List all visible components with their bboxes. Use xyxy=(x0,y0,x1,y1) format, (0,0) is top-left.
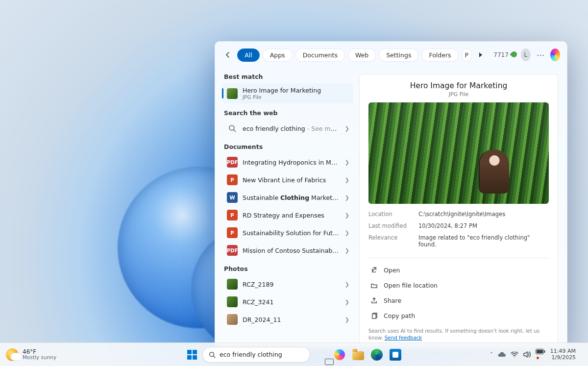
result-photo[interactable]: DR_2024_11 ❯ xyxy=(223,311,353,328)
section-photos: Photos xyxy=(224,265,353,272)
send-feedback-link[interactable]: Send feedback xyxy=(385,335,422,341)
result-document[interactable]: PDF Integrating Hydroponics in Manu… ❯ xyxy=(223,153,353,171)
preview-card: Hero Image for Marketing JPG File Locati… xyxy=(359,74,558,348)
volume-icon[interactable] xyxy=(523,351,531,358)
results-column: Best match Hero Image for Marketing JPG … xyxy=(215,67,354,348)
result-subtitle: JPG File xyxy=(243,94,349,100)
onedrive-icon[interactable] xyxy=(498,352,506,357)
tray-overflow-icon[interactable]: ˄ xyxy=(490,351,493,358)
ms-store-icon[interactable] xyxy=(388,347,403,363)
chevron-right-icon: ❯ xyxy=(345,317,349,323)
weather-icon xyxy=(6,348,19,361)
preview-actions: Open Open file location Share Copy path xyxy=(368,263,549,323)
rewards-points-value: 7717 xyxy=(493,51,509,58)
preview-subtitle: JPG File xyxy=(368,91,549,98)
start-button[interactable] xyxy=(185,347,199,362)
svg-rect-4 xyxy=(537,350,543,353)
taskbar-search-input[interactable] xyxy=(220,351,304,358)
meta-val-relevance: Image related to "eco friendly clothing"… xyxy=(418,234,549,248)
photo-thumbnail-icon xyxy=(227,296,238,307)
wifi-icon[interactable] xyxy=(511,352,518,358)
taskbar-clock[interactable]: 11:49 AM 1/9/2025 xyxy=(550,348,576,361)
chevron-right-icon: ❯ xyxy=(345,281,349,288)
preview-metadata: Location C:\scratch\Ignite\Ignite\Images… xyxy=(368,211,549,248)
svg-point-2 xyxy=(210,352,214,356)
result-document[interactable]: P New Vibrant Line of Fabrics ❯ xyxy=(223,171,353,189)
clock-time: 11:49 AM xyxy=(550,348,576,355)
rewards-icon xyxy=(511,51,517,59)
file-explorer-icon[interactable] xyxy=(350,347,366,363)
weather-widget[interactable]: 46°F Mostly sunny xyxy=(0,348,56,361)
clock-date: 1/9/2025 xyxy=(550,355,576,361)
result-photo[interactable]: RCZ_3241 ❯ xyxy=(223,293,353,311)
photo-thumbnail-icon xyxy=(227,314,238,325)
ppt-file-icon: P xyxy=(227,174,238,185)
show-desktop-strip[interactable] xyxy=(581,346,583,363)
result-title: Integrating Hydroponics in Manu… xyxy=(243,159,340,166)
pdf-file-icon: PDF xyxy=(227,245,238,256)
meta-val-location: C:\scratch\Ignite\Ignite\Images xyxy=(418,211,549,218)
task-view-icon[interactable] xyxy=(313,347,329,363)
filter-documents[interactable]: Documents xyxy=(295,49,345,62)
more-options-button[interactable]: ⋯ xyxy=(535,50,546,60)
filter-settings[interactable]: Settings xyxy=(379,49,418,62)
taskbar: 46°F Mostly sunny ˄ 11:49 AM 1/9 xyxy=(0,342,588,366)
battery-icon[interactable] xyxy=(536,349,545,361)
copilot-taskbar-icon[interactable] xyxy=(332,347,347,363)
search-icon xyxy=(209,351,216,358)
result-title: RCZ_3241 xyxy=(243,298,340,306)
result-title: DR_2024_11 xyxy=(243,316,340,323)
preview-title: Hero Image for Marketing xyxy=(368,81,549,90)
back-button[interactable] xyxy=(222,48,233,62)
ppt-file-icon: P xyxy=(227,227,238,238)
chevron-right-icon: ❯ xyxy=(345,195,349,201)
chevron-right-icon: ❯ xyxy=(345,247,349,254)
result-title: New Vibrant Line of Fabrics xyxy=(243,176,340,184)
rewards-points[interactable]: 7717 xyxy=(493,51,517,59)
result-title: RCZ_2189 xyxy=(243,281,340,288)
filter-all[interactable]: All xyxy=(237,49,260,62)
chevron-right-icon: ❯ xyxy=(345,125,349,132)
result-title: Sustainability Solution for Future … xyxy=(243,229,340,237)
result-document[interactable]: P RD Strategy and Expenses ❯ xyxy=(223,206,353,224)
web-result-title: eco friendly clothing - See more search … xyxy=(243,125,340,132)
result-title: Sustainable Clothing Marketing … xyxy=(243,194,340,201)
weather-desc: Mostly sunny xyxy=(23,355,56,360)
meta-key-relevance: Relevance xyxy=(368,234,414,248)
chevron-right-icon: ❯ xyxy=(345,299,349,305)
preview-thumbnail[interactable] xyxy=(368,102,549,204)
edge-icon[interactable] xyxy=(369,347,385,363)
ai-disclaimer: Search uses AI to find results. If somet… xyxy=(368,328,549,342)
chevron-right-icon: ❯ xyxy=(345,177,349,183)
filter-folders[interactable]: Folders xyxy=(421,49,458,62)
action-open[interactable]: Open xyxy=(368,263,549,277)
taskbar-search[interactable] xyxy=(202,347,310,363)
divider xyxy=(368,258,549,258)
word-file-icon: W xyxy=(227,192,238,203)
filter-apps[interactable]: Apps xyxy=(263,49,293,62)
pdf-file-icon: PDF xyxy=(227,157,238,168)
image-file-icon xyxy=(227,88,238,99)
result-title: Mission of Contoso Sustainable F… xyxy=(243,247,340,254)
ppt-file-icon: P xyxy=(227,210,238,220)
result-document[interactable]: PDF Mission of Contoso Sustainable F… ❯ xyxy=(223,242,353,259)
photo-thumbnail-icon xyxy=(227,279,238,290)
chevron-right-icon: ❯ xyxy=(345,230,349,236)
meta-val-modified: 10/30/2024, 8:27 PM xyxy=(418,222,549,229)
search-panel-header: All Apps Documents Web Settings Folders … xyxy=(215,42,567,67)
user-avatar[interactable]: L xyxy=(521,49,531,61)
search-panel: All Apps Documents Web Settings Folders … xyxy=(215,41,567,348)
action-share[interactable]: Share xyxy=(368,293,549,308)
chevron-right-icon: ❯ xyxy=(345,159,349,166)
filter-overflow[interactable]: P xyxy=(462,49,472,62)
filter-web[interactable]: Web xyxy=(348,49,376,62)
action-open-file-location[interactable]: Open file location xyxy=(368,278,549,293)
result-web-search[interactable]: eco friendly clothing - See more search … xyxy=(223,120,353,137)
filters-scroll-right[interactable] xyxy=(476,49,486,61)
result-photo[interactable]: RCZ_2189 ❯ xyxy=(223,275,353,293)
action-copy-path[interactable]: Copy path xyxy=(368,309,549,323)
copilot-icon[interactable] xyxy=(550,49,560,61)
result-document[interactable]: P Sustainability Solution for Future … ❯ xyxy=(223,224,353,242)
result-best-match[interactable]: Hero Image for Marketing JPG File xyxy=(223,83,353,103)
result-document[interactable]: W Sustainable Clothing Marketing … ❯ xyxy=(223,189,353,206)
